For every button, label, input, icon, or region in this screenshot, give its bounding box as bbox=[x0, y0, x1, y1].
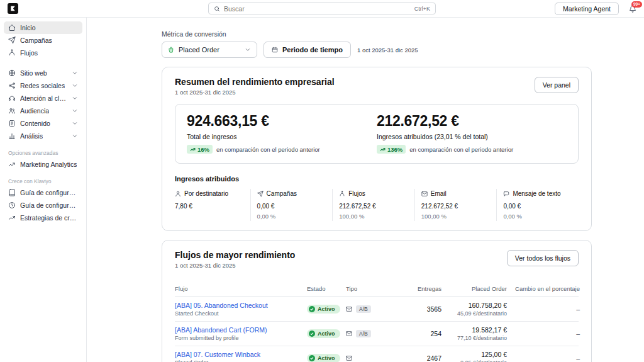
type-cell bbox=[346, 355, 400, 361]
change-badge: 136% bbox=[377, 145, 406, 154]
top-flows-card: Flujos de mayor rendimiento 1 oct 2025-3… bbox=[162, 240, 592, 362]
flows-table: Flujo Estado Tipo Entregas Placed Order … bbox=[175, 283, 579, 362]
account-button[interactable]: Marketing Agent bbox=[555, 3, 619, 15]
flow-icon bbox=[8, 49, 16, 57]
table-header-row: Flujo Estado Tipo Entregas Placed Order … bbox=[175, 283, 579, 297]
col-header-flow: Flujo bbox=[175, 285, 307, 292]
controls-row: Placed Order Periodo de tiempo 1 oct 202… bbox=[162, 42, 644, 58]
sidebar-item-label: Guía de configuración d... bbox=[20, 201, 78, 209]
sidebar-item-label: Campañas bbox=[20, 37, 52, 44]
metric-per-recipient: 77,10 €/destinatario bbox=[441, 335, 507, 341]
search-input[interactable] bbox=[224, 5, 411, 13]
attributed-revenue-header: Ingresos atribuidos bbox=[175, 175, 579, 183]
sidebar-item-sitio-web[interactable]: Sitio web bbox=[4, 67, 82, 79]
metric-cell: 19.582,17 € 77,10 €/destinatario bbox=[441, 326, 507, 341]
view-all-flows-button[interactable]: Ver todos los flujos bbox=[507, 250, 579, 266]
sidebar-item-guia-configuracion-2[interactable]: Guía de configuración d... bbox=[4, 199, 82, 212]
revenue-metrics-box: 924.663,15 € Total de ingresos 16% en co… bbox=[175, 104, 579, 164]
ab-test-badge: A/B bbox=[356, 330, 371, 337]
sidebar-item-estrategias[interactable]: Estrategias de crecimien... bbox=[4, 212, 82, 224]
chevron-down-icon bbox=[245, 47, 251, 53]
type-cell: A/B bbox=[346, 330, 400, 337]
book-icon bbox=[8, 189, 16, 196]
sidebar-item-label: Flujos bbox=[20, 49, 38, 57]
view-panel-button[interactable]: Ver panel bbox=[535, 77, 579, 93]
sidebar-item-atencion-cliente[interactable]: Atención al cliente bbox=[4, 92, 82, 105]
flow-link[interactable]: [ABA] Abandoned Cart (FORM) bbox=[175, 326, 307, 334]
sidebar-item-label: Estrategias de crecimien... bbox=[20, 214, 78, 222]
search-shortcut: Ctrl+K bbox=[414, 6, 430, 12]
sidebar-item-inicio[interactable]: Inicio bbox=[4, 21, 82, 34]
type-cell: A/B bbox=[346, 305, 400, 313]
sidebar-item-analisis[interactable]: Análisis bbox=[4, 130, 82, 142]
sidebar-item-audiencia[interactable]: Audiencia bbox=[4, 105, 82, 117]
attributed-revenue-change: 136% en comparación con el periodo anter… bbox=[377, 145, 567, 154]
breakdown-col-sms: Mensaje de texto 0,00 € 0,00 % bbox=[496, 189, 579, 221]
status-label: Activo bbox=[318, 355, 335, 361]
trending-up-icon bbox=[8, 214, 16, 222]
sidebar-section-advanced: Opciones avanzadas bbox=[8, 150, 78, 156]
col-header-deliveries: Entregas bbox=[400, 285, 441, 292]
breakdown-col-flows: Flujos 212.672,52 € 100,00 % bbox=[332, 189, 414, 221]
col-header-status: Estado bbox=[307, 285, 346, 292]
change-percent: 136% bbox=[387, 146, 402, 153]
attributed-revenue-label: Ingresos atribuidos (23,01 % del total) bbox=[377, 133, 567, 140]
sidebar-item-marketing-analytics[interactable]: Marketing Analytics bbox=[4, 158, 82, 171]
sidebar-item-redes-sociales[interactable]: Redes sociales bbox=[4, 79, 82, 92]
metric-cell: 125,00 € 0,05 €/destinatario bbox=[441, 351, 507, 362]
total-revenue-metric: 924.663,15 € Total de ingresos 16% en co… bbox=[187, 113, 377, 154]
email-icon bbox=[421, 191, 428, 197]
conversion-metric-value: Placed Order bbox=[179, 46, 219, 54]
deliveries-cell: 2467 bbox=[400, 354, 441, 362]
deliveries-cell: 254 bbox=[400, 330, 441, 337]
notifications-button[interactable]: 99+ bbox=[629, 5, 636, 13]
breakdown-head: Por destinatario bbox=[175, 190, 244, 197]
time-period-label: Periodo de tiempo bbox=[282, 46, 343, 54]
breakdown-col-email: Email 212.672,52 € 100,00 % bbox=[414, 189, 497, 221]
breakdown-label: Por destinatario bbox=[184, 190, 228, 197]
calendar-icon bbox=[272, 47, 278, 53]
top-bar: Ctrl+K Marketing Agent 99+ bbox=[0, 0, 644, 18]
flow-name-cell: [ABA] Abandoned Cart (FORM) Form submitt… bbox=[175, 326, 307, 341]
conversion-metric-label: Métrica de conversión bbox=[162, 30, 644, 38]
flow-link[interactable]: [ABA] 05. Abandoned Checkout bbox=[175, 302, 307, 309]
status-cell: Activo bbox=[307, 353, 346, 362]
chevron-down-icon bbox=[72, 133, 78, 139]
card-header: Flujos de mayor rendimiento 1 oct 2025-3… bbox=[175, 250, 579, 269]
conversion-metric-dropdown[interactable]: Placed Order bbox=[162, 42, 257, 58]
trend-up-icon bbox=[190, 147, 196, 152]
breakdown-pct: 100,00 % bbox=[421, 213, 491, 220]
line-chart-icon bbox=[8, 161, 16, 168]
search-bar[interactable]: Ctrl+K bbox=[208, 3, 436, 14]
status-badge: Activo bbox=[307, 305, 340, 314]
flow-trigger: Placed Order bbox=[175, 359, 307, 362]
time-period-button[interactable]: Periodo de tiempo bbox=[264, 42, 351, 58]
card-header: Resumen del rendimiento empresarial 1 oc… bbox=[175, 77, 579, 96]
klaviyo-flag-icon bbox=[9, 5, 16, 12]
change-note: en comparación con el periodo anterior bbox=[409, 146, 513, 153]
col-header-metric: Placed Order bbox=[441, 285, 507, 292]
total-revenue-change: 16% en comparación con el periodo anteri… bbox=[187, 145, 377, 154]
breakdown-label: Campañas bbox=[267, 190, 297, 197]
sidebar-item-label: Redes sociales bbox=[20, 82, 65, 89]
sidebar-item-guia-configuracion-1[interactable]: Guía de configuración d... bbox=[4, 186, 82, 199]
breakdown-value: 7,80 € bbox=[175, 203, 244, 210]
sidebar-section-grow: Crece con Klaviyo bbox=[8, 178, 78, 184]
email-icon bbox=[346, 331, 352, 337]
breakdown-value: 212.672,52 € bbox=[339, 203, 408, 210]
metric-per-recipient: 45,09 €/destinatario bbox=[441, 310, 507, 317]
breakdown-head: Email bbox=[421, 190, 491, 197]
breakdown-pct bbox=[175, 213, 244, 220]
sidebar: Inicio Campañas Flujos Sitio web Redes s… bbox=[0, 18, 87, 362]
breakdown-label: Email bbox=[431, 190, 447, 197]
sidebar-item-label: Contenido bbox=[20, 120, 50, 127]
klaviyo-logo[interactable] bbox=[8, 3, 18, 14]
flow-link[interactable]: [ABA] 07. Customer Winback bbox=[175, 351, 307, 358]
sidebar-item-flujos[interactable]: Flujos bbox=[4, 47, 82, 59]
card-header-text: Resumen del rendimiento empresarial 1 oc… bbox=[175, 77, 335, 96]
sidebar-item-contenido[interactable]: Contenido bbox=[4, 117, 82, 130]
col-header-change: Cambio en el porcentaje bbox=[507, 285, 580, 292]
sidebar-item-campanas[interactable]: Campañas bbox=[4, 34, 82, 47]
change-cell: – bbox=[507, 354, 580, 362]
sidebar-item-label: Audiencia bbox=[20, 107, 49, 115]
